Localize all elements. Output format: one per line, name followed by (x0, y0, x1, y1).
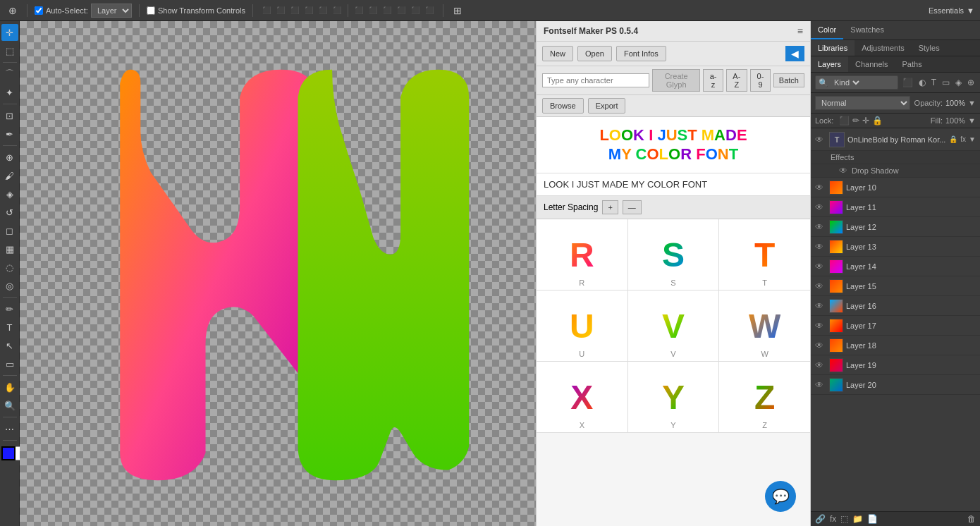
filter-icon[interactable]: ⊕ (966, 76, 976, 89)
glyph-cell-z[interactable]: Z Z (719, 362, 810, 432)
gradient-tool[interactable]: ▦ (1, 240, 18, 257)
create-glyph-button[interactable]: Create Glyph (652, 69, 700, 92)
layer-item-10[interactable]: 👁 Layer 10 (811, 178, 980, 197)
layer-item-text[interactable]: 👁 T OnLineBold by Roman Kor... 🔒 fx ▼ (811, 128, 980, 151)
layer-item-15[interactable]: 👁 Layer 15 (811, 276, 980, 296)
transform-checkbox[interactable] (147, 6, 155, 15)
eye-13[interactable]: 👁 (815, 242, 826, 252)
dodge-tool[interactable]: ◎ (1, 277, 18, 294)
align-left-icon[interactable]: ⬛ (260, 4, 273, 17)
distribute-left-icon[interactable]: ⬛ (353, 4, 365, 17)
tab-color[interactable]: Color (811, 21, 843, 39)
pixel-layer-icon[interactable]: ⬛ (901, 76, 914, 89)
back-arrow-button[interactable]: ◀ (785, 46, 804, 61)
layer-item-14[interactable]: 👁 Layer 14 (811, 257, 980, 276)
layer-item-13[interactable]: 👁 Layer 13 (811, 237, 980, 257)
distribute-center-h-icon[interactable]: ⬛ (367, 4, 379, 17)
lock-all-icon[interactable]: 🔒 (872, 116, 883, 126)
fill-arrow-icon[interactable]: ▼ (968, 116, 976, 125)
healing-brush-tool[interactable]: ⊕ (1, 149, 18, 166)
layer-triangle-icon[interactable]: ▼ (969, 135, 976, 143)
align-center-h-icon[interactable]: ⬛ (274, 4, 287, 17)
eraser-tool[interactable]: ◻ (1, 222, 18, 239)
font-infos-button[interactable]: Font Infos (616, 46, 666, 61)
shape-tool[interactable]: ▭ (1, 355, 18, 372)
text-layer-icon[interactable]: T (930, 76, 938, 89)
layer-item-18[interactable]: 👁 Layer 18 (811, 336, 980, 355)
move-tool[interactable]: ✛ (1, 24, 18, 41)
eye-icon[interactable]: 👁 (815, 135, 826, 145)
eye-12[interactable]: 👁 (815, 222, 826, 232)
pen-tool[interactable]: ✏ (1, 300, 18, 317)
fontself-collapse-btn[interactable]: ≡ (797, 25, 803, 37)
lock-position-icon[interactable]: ✏ (852, 116, 859, 126)
smart-object-icon[interactable]: ◈ (954, 76, 963, 89)
auto-select-checkbox[interactable] (35, 6, 43, 15)
glyph-cell-t[interactable]: T T (719, 219, 810, 290)
adjustment-layer-icon[interactable]: ◐ (917, 76, 927, 89)
distribute-top-icon[interactable]: ⬛ (395, 4, 408, 17)
blend-mode-select[interactable]: Normal (815, 96, 910, 110)
magic-wand-tool[interactable]: ✦ (1, 84, 18, 101)
eyedropper-tool[interactable]: ✒ (1, 126, 18, 142)
align-center-v-icon[interactable]: ⬛ (317, 4, 329, 17)
eye-18[interactable]: 👁 (815, 341, 826, 350)
eye-19[interactable]: 👁 (815, 360, 826, 370)
add-style-icon[interactable]: fx (830, 514, 836, 524)
link-layers-icon[interactable]: 🔗 (815, 514, 826, 524)
eye-16[interactable]: 👁 (815, 301, 826, 311)
tab-layers[interactable]: Layers (811, 56, 848, 72)
tab-paths[interactable]: Paths (895, 56, 929, 72)
layer-item-20[interactable]: 👁 Layer 20 (811, 375, 980, 395)
crop-tool[interactable]: ⊡ (1, 107, 18, 124)
distribute-right-icon[interactable]: ⬛ (381, 4, 393, 17)
az-lower-button[interactable]: a-z (703, 69, 723, 92)
clone-stamp-tool[interactable]: ◈ (1, 185, 18, 202)
blur-tool[interactable]: ◌ (1, 259, 18, 276)
kind-select[interactable]: Kind (831, 78, 862, 87)
brush-tool[interactable]: 🖌 (1, 167, 18, 184)
align-bottom-icon[interactable]: ⬛ (331, 4, 343, 17)
layer-item-17[interactable]: 👁 Layer 17 (811, 316, 980, 336)
text-tool[interactable]: T (1, 319, 18, 336)
distribute-center-v-icon[interactable]: ⬛ (409, 4, 422, 17)
tab-channels[interactable]: Channels (848, 56, 895, 72)
new-button[interactable]: New (542, 46, 573, 61)
tab-styles[interactable]: Styles (912, 40, 947, 56)
eye-14[interactable]: 👁 (815, 262, 826, 271)
letter-spacing-plus[interactable]: + (602, 200, 618, 214)
preview-text-input[interactable] (544, 179, 803, 190)
tab-libraries[interactable]: Libraries (811, 40, 855, 56)
eye-15[interactable]: 👁 (815, 281, 826, 291)
align-right-icon[interactable]: ⬛ (288, 4, 301, 17)
lock-move-icon[interactable]: ✛ (862, 116, 869, 126)
open-button[interactable]: Open (577, 46, 612, 61)
glyph-cell-w[interactable]: W W (719, 290, 810, 361)
eye-11[interactable]: 👁 (815, 202, 826, 212)
layer-item-11[interactable]: 👁 Layer 11 (811, 197, 980, 217)
layer-item-12[interactable]: 👁 Layer 12 (811, 217, 980, 237)
path-selection-tool[interactable]: ↖ (1, 337, 18, 354)
char-input[interactable] (542, 73, 649, 87)
glyph-cell-r[interactable]: R R (537, 219, 628, 290)
history-brush-tool[interactable]: ↺ (1, 204, 18, 221)
eye-10[interactable]: 👁 (815, 183, 826, 192)
tab-swatches[interactable]: Swatches (843, 21, 891, 39)
az-upper-button[interactable]: A-Z (726, 69, 747, 92)
move-tool-icon[interactable]: ⊕ (6, 4, 20, 18)
lasso-tool[interactable]: ⌒ (1, 66, 18, 82)
grid-icon[interactable]: ⊞ (451, 4, 465, 18)
lock-pixels-icon[interactable]: ⬛ (839, 116, 850, 126)
tab-adjustments[interactable]: Adjustments (855, 40, 912, 56)
shape-layer-icon[interactable]: ▭ (941, 76, 951, 89)
delete-layer-icon[interactable]: 🗑 (967, 514, 976, 524)
more-tools-icon[interactable]: ⋯ (1, 420, 18, 437)
eye-20[interactable]: 👁 (815, 380, 826, 390)
numbers-button[interactable]: 0-9 (750, 69, 771, 92)
eye-icon-effect[interactable]: 👁 (839, 166, 847, 176)
new-layer-icon[interactable]: 📄 (867, 514, 878, 524)
zoom-tool[interactable]: 🔍 (1, 397, 18, 414)
letter-spacing-minus[interactable]: — (623, 200, 642, 214)
glyph-cell-y[interactable]: Y Y (628, 362, 720, 432)
eye-17[interactable]: 👁 (815, 321, 826, 331)
